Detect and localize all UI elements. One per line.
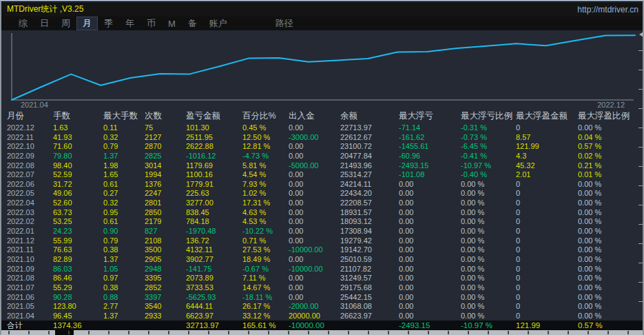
cell-1: 2022.01 — [7, 227, 53, 236]
cell-7: -2000.00 — [289, 302, 340, 312]
menu-item-6[interactable]: 年 — [119, 17, 141, 30]
table-row[interactable]: 2022.0631.720.6113761779.917.93 %0.00242… — [1, 180, 644, 190]
cell-4 — [145, 321, 186, 330]
table-row[interactable]: 2021.0496.451.3729336623.9733.12 %20000.… — [1, 312, 644, 321]
table-row[interactable]: 2022.0549.060.272247225.631.02 %0.002243… — [1, 189, 644, 199]
cumulative-profit-line — [12, 35, 635, 100]
table-row[interactable]: 2022.1141.930.3221272511.9512.50 %-3000.… — [1, 133, 644, 143]
cell-6: 26.17 % — [242, 302, 289, 312]
cell-5: 2511.95 — [186, 133, 242, 143]
scrollbar-tick — [268, 331, 269, 334]
cell-5: 2073.89 — [186, 274, 242, 283]
cell-2: 52.60 — [53, 199, 103, 208]
table-row[interactable]: 2021.1176.630.3835004132.1127.53 %-10000… — [1, 245, 644, 255]
cell-8: 21107.82 — [340, 265, 399, 274]
profit-curve-chart: 2021.04 2022.12 — [1, 30, 644, 108]
menu-item-7[interactable]: 币 — [141, 17, 162, 30]
cell-5: 1100.16 — [186, 170, 242, 180]
cell-1: 2021.10 — [7, 255, 53, 265]
table-row[interactable]: 2021.05123.802.7735406444.1126.17 %-2000… — [1, 302, 644, 312]
cell-5: -5625.93 — [186, 293, 242, 303]
table-row[interactable]: 2022.0253.250.612179784.184.53 %0.001809… — [1, 217, 644, 227]
cell-9: -161.62 — [399, 133, 461, 143]
cell-3: 0.11 — [103, 123, 145, 133]
cell-9: 0.00 — [399, 236, 461, 246]
ruler-tick — [638, 243, 643, 244]
menu-item-8[interactable]: M — [162, 18, 182, 30]
table-row[interactable]: 2022.0752.591.6519941100.164.54 %0.00253… — [1, 170, 644, 180]
cell-12: 0.00 % — [578, 265, 644, 274]
scrollbar-tick — [148, 331, 149, 334]
cell-9: 0.00 — [399, 312, 461, 321]
cell-3: 0.61 — [103, 217, 145, 227]
table-row[interactable]: 2021.1255.990.792108136.720.71 %0.001927… — [1, 236, 644, 246]
cell-3: 0.90 — [103, 227, 145, 236]
menu-item-5[interactable]: 季 — [98, 17, 119, 30]
app-url-link[interactable]: http://mtdriver.cn — [577, 5, 638, 14]
cell-1: 2021.08 — [7, 274, 53, 283]
scrollbar-tick — [468, 331, 469, 334]
column-header-4: 次数 — [145, 110, 186, 122]
cell-5: 32713.97 — [186, 321, 242, 330]
table-row[interactable]: 2021.0755.290.3828523733.5314.67 %0.0029… — [1, 283, 644, 293]
table-row[interactable]: 2021.1082.891.3729053902.7718.49 %0.0025… — [1, 255, 644, 265]
cell-8: 25314.27 — [340, 170, 399, 180]
table-row[interactable]: 2022.0363.730.952850838.454.63 %0.001893… — [1, 208, 644, 218]
menu-item-11[interactable]: 路径 — [269, 17, 300, 30]
table-row[interactable]: 2022.1071.600.7928702622.8812.81 %0.0023… — [1, 142, 644, 152]
scrollbar-tick — [48, 331, 50, 334]
table-row[interactable]: 2022.0452.600.3228013277.0017.31 %0.0022… — [1, 199, 644, 208]
scrollbar-tick — [627, 331, 629, 334]
menu-item-10[interactable]: 账户 — [203, 17, 233, 30]
cell-10: 0.00 % — [461, 283, 516, 293]
cell-1: 2021.04 — [7, 312, 53, 321]
cell-2: 123.80 — [53, 302, 103, 312]
table-body: 2022.121.630.1175101.300.45 %0.0022713.9… — [1, 123, 644, 321]
cell-9: 0.00 — [399, 302, 461, 312]
cell-3 — [103, 321, 145, 330]
cell-3: 1.37 — [103, 312, 145, 321]
cell-9: -101.08 — [399, 170, 461, 180]
horizontal-scrollbar[interactable] — [1, 330, 643, 335]
cell-3: 0.97 — [103, 274, 145, 283]
cell-11: 0 — [516, 293, 578, 303]
table-row[interactable]: 2022.0979.801.372825-1016.12-4.73 %0.002… — [1, 152, 644, 161]
cell-4: 1994 — [145, 170, 186, 180]
cell-1: 2021.06 — [7, 293, 53, 303]
table-row[interactable]: 2022.0124.230.90827-1970.48-10.22 %0.001… — [1, 227, 644, 236]
cell-11: 121.99 — [516, 142, 578, 152]
chart-scroll-arrow-icon[interactable] — [639, 32, 643, 37]
cell-10: 0.00 % — [461, 180, 516, 190]
scrollbar-tick — [368, 331, 369, 334]
scrollbar-thumb[interactable] — [55, 330, 74, 335]
cell-3: 1.65 — [103, 170, 145, 180]
cell-5: 101.30 — [186, 123, 242, 133]
table-row[interactable]: 2022.0898.401.9830141179.695.81 %-5000.0… — [1, 161, 644, 171]
cell-12: 0.02 % — [578, 152, 644, 161]
table-row[interactable]: 2021.0986.031.052948-141.75-0.67 %-10000… — [1, 265, 644, 274]
cell-7: -10000.00 — [289, 245, 340, 255]
cell-11: 0 — [516, 189, 578, 199]
cell-5: 4132.11 — [186, 245, 242, 255]
cell-5: 6444.11 — [186, 302, 242, 312]
cell-10: -0.73 % — [461, 133, 516, 143]
table-row[interactable]: 2022.121.630.1175101.300.45 %0.0022713.9… — [1, 123, 644, 133]
menu-item-1[interactable]: 综 — [12, 17, 34, 30]
cell-1: 2022.04 — [7, 199, 53, 208]
total-row[interactable]: 合计1374.3632713.97165.61 %-10000.00-2493.… — [1, 321, 644, 330]
cell-7: 0.00 — [289, 255, 340, 265]
menu-item-9[interactable]: 备 — [182, 17, 203, 30]
menu-item-3[interactable]: 周 — [55, 17, 76, 30]
table-row[interactable]: 2021.0886.460.9733952073.897.11 %0.00312… — [1, 274, 644, 283]
menu-item-2[interactable]: 日 — [34, 17, 55, 30]
cell-8: 23100.72 — [340, 142, 399, 152]
cell-9: -60.96 — [399, 152, 461, 161]
cell-9: -71.14 — [399, 123, 461, 133]
table-row[interactable]: 2021.0690.280.883397-5625.93-18.11 %0.00… — [1, 293, 644, 303]
cell-4: 2948 — [145, 265, 186, 274]
cell-5: 136.72 — [186, 236, 242, 246]
cell-3: 2.77 — [103, 302, 145, 312]
menu-item-4[interactable]: 月 — [76, 17, 98, 30]
cell-1: 2022.07 — [7, 170, 53, 180]
ruler-tick — [638, 128, 643, 128]
